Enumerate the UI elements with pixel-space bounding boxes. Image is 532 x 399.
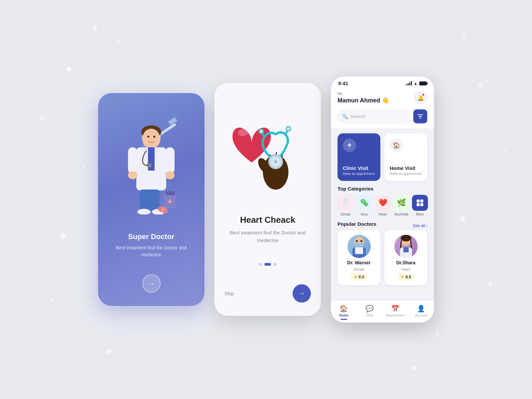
doctors-grid: Dr. Warner Dental ★ 6.0 [337, 230, 427, 285]
nav-chat[interactable]: 💬 Chat [357, 305, 383, 320]
doctor-shara-avatar [394, 235, 418, 258]
home-visit-title: Home Visit [390, 165, 422, 171]
svg-rect-38 [420, 200, 423, 202]
svg-point-33 [286, 127, 291, 131]
app-content: + Clinic Visit Make an appointment 🏠 Hom… [331, 128, 434, 300]
doctor-warner-rating-value: 6.0 [359, 275, 364, 279]
search-placeholder: Search [350, 114, 365, 119]
doctor-warner-rating: ★ 6.0 [350, 273, 368, 281]
search-section: 🔍 Search [331, 109, 434, 128]
svg-rect-43 [355, 247, 363, 254]
phone-1-screen: Super Doctor Best treatment find the Doc… [98, 93, 204, 306]
home-nav-icon: 🏠 [339, 305, 348, 313]
active-indicator [340, 319, 347, 320]
ayurveda-icon-wrap: 🌿 [393, 195, 409, 211]
svg-point-45 [360, 240, 362, 242]
star-icon-1: ★ [354, 275, 357, 279]
phone-2-title: Heart Cheack [224, 215, 311, 225]
signal-bar-4 [411, 81, 412, 85]
page-dots [259, 263, 276, 266]
svg-point-36 [274, 160, 277, 164]
signal-bar-1 [406, 84, 407, 85]
virus-icon-wrap: 🦠 [356, 195, 372, 211]
virus-label: Virus [360, 212, 368, 216]
phone-1-text-block: Super Doctor Best treatment find the Doc… [108, 232, 195, 258]
skip-button[interactable]: Skip [224, 291, 234, 296]
svg-point-32 [259, 129, 263, 133]
category-ayurveda[interactable]: 🌿 Ayurveda [393, 195, 409, 216]
filter-line-2 [419, 116, 422, 117]
heart-label: Heart [379, 212, 387, 216]
home-visit-icon: 🏠 [390, 139, 403, 152]
svg-point-7 [153, 136, 155, 138]
leaf-icon: 🌿 [397, 199, 406, 207]
heart-icon: ❤️ [378, 199, 387, 207]
doctor-avatar-svg-1 [349, 235, 369, 258]
tooth-icon: 🦷 [341, 199, 350, 207]
doctor-shara-rating: ★ 8.0 [397, 273, 415, 281]
svg-rect-2 [168, 117, 178, 125]
greeting-text: Hi, [337, 91, 389, 96]
status-time: 9:41 [338, 80, 348, 86]
doctor-shara-rating-value: 8.0 [406, 275, 411, 279]
doctor-warner-specialty: Dental [354, 267, 364, 271]
notification-button[interactable]: 🔔 [414, 91, 427, 104]
house-icon: 🏠 [393, 142, 400, 149]
see-all-button[interactable]: See all › [413, 223, 427, 228]
wifi-icon: ▲ [414, 81, 418, 86]
account-nav-icon: 👤 [417, 305, 425, 313]
category-virus[interactable]: 🦠 Virus [356, 195, 372, 216]
svg-rect-46 [355, 243, 363, 247]
filter-line-1 [418, 114, 423, 115]
category-heart[interactable]: ❤️ Heart [375, 195, 391, 216]
virus-icon: 🦠 [360, 199, 369, 207]
svg-point-13 [128, 171, 137, 179]
phone-2-subtitle: Best treatment find the Doctor and medec… [224, 229, 311, 244]
heart-stethoscope-svg [226, 103, 309, 196]
categories-grid: 🦷 Dental 🦠 Virus ❤️ [337, 195, 427, 216]
phone-1-subtitle: Best treatment find the Doctor and medec… [108, 244, 195, 258]
chat-nav-icon: 💬 [365, 305, 374, 313]
category-more[interactable]: More [412, 195, 428, 216]
clinic-visit-title: Clinic Visit [343, 165, 375, 171]
popular-doctors-title: Popular Doctors [337, 221, 376, 227]
signal-bar-2 [408, 83, 409, 85]
filter-button[interactable] [413, 109, 427, 123]
appointment-nav-icon: 📅 [391, 305, 399, 313]
home-visit-card[interactable]: 🏠 Home Visit Make an appointment [384, 133, 427, 181]
user-name: Mamun Ahmed 👋 [337, 97, 389, 104]
dot-2 [264, 263, 271, 266]
categories-section: Top Categories 🦷 Dental 🦠 Vi [337, 186, 427, 216]
greeting-block: Hi, Mamun Ahmed 👋 [337, 91, 389, 104]
signal-bar-3 [409, 82, 410, 85]
doctor-warner-avatar [347, 235, 371, 258]
grid-icon [416, 199, 424, 207]
doctor-illustration [115, 110, 188, 216]
phone-2-next-button[interactable]: → [293, 284, 311, 303]
search-bar[interactable]: 🔍 Search [337, 109, 410, 123]
svg-rect-37 [417, 200, 420, 202]
clinic-visit-card[interactable]: + Clinic Visit Make an appointment [337, 133, 380, 181]
battery-icon [419, 81, 427, 85]
heart-icon-wrap: ❤️ [375, 195, 391, 211]
plus-icon: + [347, 141, 352, 150]
home-visit-subtitle: Make an appointment [390, 172, 422, 176]
doctor-card-shara[interactable]: Dr.Shara Heart ★ 8.0 [384, 230, 427, 285]
nav-appointment[interactable]: 📅 Appointment [382, 305, 408, 320]
appointment-nav-label: Appointment [386, 314, 405, 317]
nav-home[interactable]: 🏠 Home [331, 305, 357, 320]
svg-rect-11 [128, 147, 137, 174]
phone-1-next-button[interactable]: → [142, 274, 161, 293]
nav-account[interactable]: 👤 Account [408, 305, 434, 320]
app-header: Hi, Mamun Ahmed 👋 🔔 [331, 88, 434, 109]
doctors-header: Popular Doctors See all › [337, 221, 427, 230]
phone-2-text-block: Heart Cheack Best treatment find the Doc… [224, 215, 311, 244]
doctor-card-warner[interactable]: Dr. Warner Dental ★ 6.0 [337, 230, 380, 285]
clinic-visit-icon: + [343, 139, 356, 152]
avatar-placeholder-1 [347, 235, 371, 258]
svg-rect-39 [417, 203, 420, 206]
doctor-svg [115, 111, 188, 214]
filter-line-3 [419, 118, 421, 118]
category-dental[interactable]: 🦷 Dental [337, 195, 353, 216]
chevron-right-icon: › [426, 223, 427, 228]
